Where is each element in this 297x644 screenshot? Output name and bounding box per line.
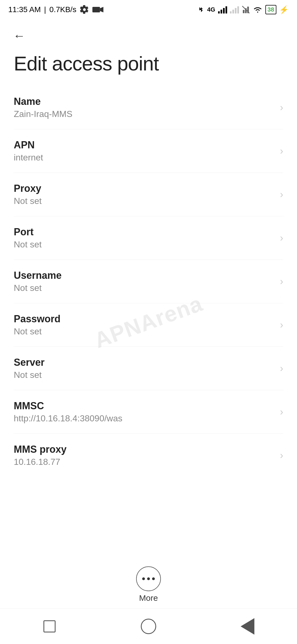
- network-type-4g: 4G: [207, 6, 215, 13]
- settings-item-content-3: Port Not set: [14, 226, 274, 250]
- settings-label-8: MMS proxy: [14, 444, 274, 455]
- settings-value-6: Not set: [14, 370, 274, 380]
- settings-label-7: MMSC: [14, 400, 274, 412]
- settings-value-4: Not set: [14, 283, 274, 293]
- settings-item-content-4: Username Not set: [14, 270, 274, 293]
- settings-item-content-5: Password Not set: [14, 313, 274, 337]
- more-label: More: [139, 593, 158, 603]
- settings-item-content-8: MMS proxy 10.16.18.77: [14, 444, 274, 467]
- chevron-right-icon-8: ›: [280, 450, 283, 461]
- svg-rect-4: [245, 8, 247, 13]
- settings-item-apn[interactable]: APN internet ›: [14, 129, 283, 173]
- signal-bars-2: [230, 6, 239, 13]
- chevron-right-icon-5: ›: [280, 319, 283, 331]
- settings-label-5: Password: [14, 313, 274, 325]
- settings-value-0: Zain-Iraq-MMS: [14, 109, 274, 119]
- settings-label-0: Name: [14, 96, 274, 107]
- settings-item-proxy[interactable]: Proxy Not set ›: [14, 173, 283, 216]
- settings-value-8: 10.16.18.77: [14, 457, 274, 467]
- settings-label-2: Proxy: [14, 183, 274, 194]
- settings-value-3: Not set: [14, 239, 274, 250]
- settings-item-content-6: Server Not set: [14, 357, 274, 380]
- settings-value-5: Not set: [14, 326, 274, 337]
- settings-value-1: internet: [14, 152, 274, 163]
- chevron-right-icon-0: ›: [280, 102, 283, 113]
- battery-indicator: 38: [265, 5, 276, 14]
- settings-label-6: Server: [14, 357, 274, 368]
- settings-value-2: Not set: [14, 196, 274, 206]
- chevron-right-icon-2: ›: [280, 189, 283, 200]
- svg-marker-1: [100, 7, 103, 12]
- top-nav: ←: [0, 19, 297, 47]
- settings-item-mms-proxy[interactable]: MMS proxy 10.16.18.77 ›: [14, 434, 283, 477]
- settings-item-content-1: APN internet: [14, 139, 274, 163]
- svg-rect-5: [247, 7, 249, 13]
- back-button[interactable]: ←: [11, 28, 28, 44]
- settings-item-content-0: Name Zain-Iraq-MMS: [14, 96, 274, 119]
- settings-label-1: APN: [14, 139, 274, 151]
- more-button[interactable]: [136, 566, 161, 591]
- speed-display: |: [44, 5, 46, 14]
- home-circle-icon: [141, 619, 156, 634]
- settings-value-7: http://10.16.18.4:38090/was: [14, 413, 274, 424]
- settings-item-mmsc[interactable]: MMSC http://10.16.18.4:38090/was ›: [14, 390, 283, 434]
- status-right: 4G 38 ⚡: [198, 5, 289, 14]
- nav-home-button[interactable]: [138, 615, 160, 637]
- settings-label-3: Port: [14, 226, 274, 238]
- more-dot-1: [142, 577, 145, 580]
- page-title: Edit access point: [0, 47, 297, 86]
- status-bar: 11:35 AM | 0.7KB/s 4G: [0, 0, 297, 19]
- chevron-right-icon-1: ›: [280, 145, 283, 157]
- nav-back-button[interactable]: [237, 615, 258, 637]
- network-speed: 0.7KB/s: [50, 5, 76, 14]
- settings-label-4: Username: [14, 270, 274, 281]
- camera-icon: [92, 6, 103, 14]
- signal-bars-1: [218, 6, 227, 13]
- settings-item-port[interactable]: Port Not set ›: [14, 216, 283, 260]
- svg-rect-0: [92, 7, 100, 12]
- no-signal-icon: [242, 6, 250, 14]
- status-left: 11:35 AM | 0.7KB/s: [8, 5, 103, 14]
- settings-icon: [80, 5, 89, 14]
- more-dot-3: [152, 577, 155, 580]
- back-triangle-icon: [241, 618, 254, 635]
- svg-rect-3: [243, 10, 244, 13]
- settings-item-username[interactable]: Username Not set ›: [14, 260, 283, 303]
- chevron-right-icon-7: ›: [280, 406, 283, 418]
- chevron-right-icon-6: ›: [280, 363, 283, 374]
- settings-item-server[interactable]: Server Not set ›: [14, 347, 283, 390]
- settings-item-content-7: MMSC http://10.16.18.4:38090/was: [14, 400, 274, 424]
- nav-bar: [0, 608, 297, 644]
- charging-icon: ⚡: [279, 5, 289, 14]
- bluetooth-icon: [198, 6, 204, 14]
- back-arrow-icon: ←: [13, 29, 25, 43]
- chevron-right-icon-3: ›: [280, 232, 283, 244]
- time-display: 11:35 AM: [8, 5, 41, 14]
- settings-item-content-2: Proxy Not set: [14, 183, 274, 206]
- settings-list: Name Zain-Iraq-MMS › APN internet › Prox…: [0, 86, 297, 477]
- bottom-more-section: More: [0, 566, 297, 603]
- recents-square-icon: [43, 620, 56, 632]
- nav-recents-button[interactable]: [38, 615, 61, 637]
- wifi-icon: [253, 6, 263, 14]
- settings-item-name[interactable]: Name Zain-Iraq-MMS ›: [14, 86, 283, 129]
- more-dot-2: [147, 577, 150, 580]
- chevron-right-icon-4: ›: [280, 276, 283, 287]
- settings-item-password[interactable]: Password Not set ›: [14, 303, 283, 347]
